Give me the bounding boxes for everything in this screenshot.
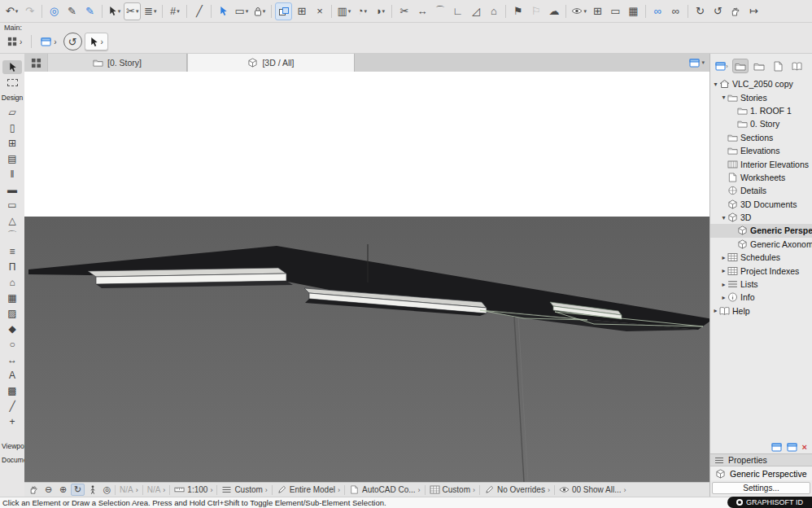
slab-tool[interactable]: ▭ [2,198,22,212]
tab-options-button[interactable]: ▾ [689,54,709,72]
status-item-graphic-overrides[interactable]: No Overrides› [481,485,553,494]
status-item-dimensions[interactable]: Custom› [426,485,478,494]
tree-item-sections[interactable]: Sections [710,131,812,144]
tree-item-generic-axonometry[interactable]: Generic Axonometry [710,238,812,251]
morph-tool[interactable]: ⌂ [2,275,22,289]
status-item-layer-combination[interactable]: Custom› [218,485,270,494]
adjust-elements-button[interactable]: ≣▾ [142,2,159,20]
view-map-button[interactable] [751,59,767,73]
quick-select-button[interactable]: › [85,33,108,50]
tree-item-interior-elevations[interactable]: Interior Elevations [710,157,812,170]
markup-button[interactable]: ⚑ [509,2,526,20]
status-item-scale[interactable]: 1:100› [171,485,216,494]
arrow-tool-button[interactable]: ▾ [106,2,123,20]
pick-up-parameters-button[interactable]: ◎ [46,2,63,20]
tree-item-vlc-2050-copy[interactable]: ▾VLC_2050 copy [710,77,812,90]
text-tool[interactable]: A [2,368,22,382]
clone-panel-icon[interactable] [787,443,797,452]
resize-button[interactable]: ◿ [467,2,484,20]
zoom-in-button[interactable]: ⊕ [56,484,70,496]
trace-reference-button[interactable]: ◑▾ [371,2,388,20]
beam-tool[interactable]: ▬ [2,182,22,196]
close-navigator-button[interactable]: × [802,442,807,452]
status-item-renovation-filter[interactable]: 00 Show All...› [556,485,630,494]
snap-cursor-button[interactable] [215,2,232,20]
stretch-button[interactable]: ↔ [413,2,430,20]
object-tool[interactable]: ◆ [2,322,22,335]
undo-button[interactable]: ↶▾ [3,2,20,20]
chevron-down-icon[interactable]: ▾ [720,214,727,221]
chevron-right-icon[interactable]: ▸ [720,281,727,288]
column-tool[interactable]: ‖ [2,167,22,181]
tree-item-stories[interactable]: ▾Stories [710,90,812,103]
tree-item-roof-1[interactable]: 1. ROOF 1 [710,104,812,117]
dimension-tool[interactable]: ↔ [2,353,22,366]
intersect-button[interactable]: ∟ [449,2,466,20]
settings-button[interactable]: Settings... [712,482,810,494]
markup-off-button[interactable]: ⚐ [527,2,544,20]
shell-tool[interactable]: ⌒ [2,229,22,243]
fill-tool[interactable]: ▩ [2,383,22,397]
hotspot-tool[interactable]: + [2,414,22,428]
status-item-structure-display[interactable]: Entire Model› [273,485,343,494]
status-item-na-2[interactable]: N/A› [144,485,169,494]
3d-viewport[interactable] [24,72,709,482]
schedules-button[interactable]: ⊞ [589,2,606,20]
toolbox-document-label[interactable]: Docume [2,456,28,464]
lamp-tool[interactable]: ○ [2,337,22,351]
eraser-button[interactable]: ▭▾ [233,2,250,20]
guide-lines-button[interactable]: ╱ [190,2,207,20]
tab-overview-button[interactable] [24,54,47,72]
layer-settings-button[interactable]: ▾ [570,2,588,20]
lock-button[interactable]: ▾ [251,2,268,20]
orbit-mode-button[interactable]: ↺ [63,33,82,50]
grid-snap-button[interactable]: #▾ [166,2,183,20]
tree-item-project-indexes[interactable]: ▸Project Indexes [710,264,812,277]
door-tool[interactable]: ▯ [2,120,22,134]
tree-item-elevations[interactable]: Elevations [710,144,812,157]
toolbox-chooser-button[interactable]: › [3,33,26,50]
group-elements-button[interactable] [275,2,292,20]
screen-options-button[interactable]: ▭ [607,2,624,20]
tab-3d-all[interactable]: [3D / All] [187,54,355,72]
publisher-button[interactable] [788,59,805,73]
rebuild-button[interactable]: ↺ [709,2,727,20]
tree-item-help[interactable]: ▸Help [710,304,812,318]
hotlink-button[interactable]: ∞ [649,2,666,20]
redo-button[interactable]: ↷ [21,2,38,20]
marquee-tool[interactable] [2,76,22,90]
split-button[interactable]: ✂ [395,2,413,20]
tree-item-3d[interactable]: ▾3D [710,211,812,224]
chevron-right-icon[interactable]: ▸ [720,254,727,261]
status-item-translator[interactable]: AutoCAD Co...› [346,485,424,494]
curtain-wall-tool[interactable]: ▤ [2,151,22,165]
graphisoft-id-badge[interactable]: GRAPHISOFT ID [727,497,812,508]
wall-tool[interactable]: ▱ [2,105,22,119]
tab-story[interactable]: [0. Story] [47,54,187,72]
chevron-down-icon[interactable]: ▾ [712,81,719,88]
chevron-right-icon[interactable]: ▸ [720,294,727,301]
tree-item-schedules[interactable]: ▸Schedules [710,251,812,264]
explore-model-button[interactable] [85,484,99,496]
project-map-button[interactable] [732,59,749,73]
trim-elements-button[interactable]: ✂▾ [124,2,141,20]
home-story-button[interactable]: ⌂ [485,2,502,20]
navigator-chooser-button[interactable]: › [714,59,730,73]
refresh-button[interactable]: ↻ [692,2,709,20]
pan-view-button[interactable] [27,484,41,496]
railing-tool[interactable]: Π [2,260,22,274]
zone-tool[interactable]: ▨ [2,306,22,320]
properties-panel-header[interactable]: Properties [710,453,812,466]
element-table-button[interactable]: ▦ [625,2,642,20]
chevron-right-icon[interactable]: ▸ [712,307,719,314]
chevron-down-icon[interactable]: ▾ [720,94,727,101]
tree-item-story-0[interactable]: 0. Story [710,117,812,130]
favorites-palette-button[interactable]: › [37,33,60,50]
favorites-button[interactable]: ✎ [81,2,98,20]
chevron-right-icon[interactable]: ▸ [720,267,727,274]
roof-tool[interactable]: △ [2,213,22,227]
teamwork-button[interactable]: ☁ [545,2,562,20]
fillet-button[interactable]: ⌒ [431,2,448,20]
ungroup-button[interactable]: ⊞ [293,2,310,20]
zoom-out-button[interactable]: ⊖ [41,484,55,496]
